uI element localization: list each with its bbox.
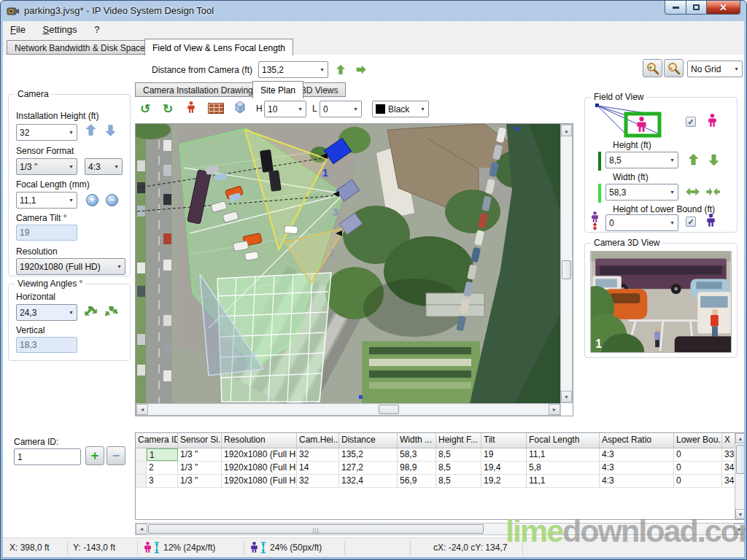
- cell-height-f[interactable]: 8,5: [436, 448, 481, 461]
- zoom-in-button[interactable]: +: [643, 59, 662, 77]
- cell-height-f[interactable]: 8,5: [436, 462, 481, 474]
- menu-settings[interactable]: Settings: [36, 21, 85, 38]
- cell-cam-height[interactable]: 32: [297, 448, 339, 461]
- chevron-down-icon[interactable]: ▾: [417, 101, 428, 117]
- chevron-down-icon[interactable]: ▾: [350, 101, 361, 117]
- distance-prev-arrow-button[interactable]: [336, 63, 346, 77]
- chevron-down-icon[interactable]: ▾: [111, 159, 122, 174]
- cell-resolution[interactable]: 1920x1080 (Full HD: [222, 462, 297, 474]
- col-camera-id[interactable]: Camera ID: [136, 433, 178, 448]
- map-horizontal-scrollbar[interactable]: ◄ ►: [136, 403, 561, 416]
- fov-height-combo[interactable]: 8,5 ▾: [605, 152, 678, 168]
- camera-3d-preview-image[interactable]: 1: [590, 251, 732, 353]
- distance-combo[interactable]: 135,2 ▾: [258, 61, 328, 78]
- scrollbar-thumb[interactable]: [736, 445, 744, 474]
- resolution-combo[interactable]: 1920x1080 (Full HD) ▾: [16, 258, 125, 275]
- chevron-down-icon[interactable]: ▾: [731, 61, 742, 77]
- color-combo[interactable]: Black ▾: [372, 101, 429, 117]
- rotate-cw-icon[interactable]: ↻: [163, 101, 173, 117]
- cell-tilt[interactable]: 19,4: [481, 462, 527, 474]
- site-plan-map[interactable]: 1 3 2 ▲ ▼ ◄ ►: [135, 123, 573, 416]
- lower-bound-checkbox[interactable]: ✓: [686, 217, 696, 227]
- cell-focal[interactable]: 11,1: [527, 448, 600, 461]
- tab-camera-installation-drawing[interactable]: Camera Installation Drawing: [135, 82, 261, 97]
- cell-distance[interactable]: 132,4: [339, 475, 398, 487]
- height-up-arrow-button[interactable]: [86, 124, 96, 136]
- cell-sensor[interactable]: 1/3 ": [178, 448, 222, 461]
- height-down-arrow-button[interactable]: [106, 124, 115, 136]
- h-combo[interactable]: 10 ▾: [264, 101, 306, 117]
- maximize-button[interactable]: [686, 1, 707, 15]
- camera-id-input[interactable]: 1: [14, 448, 81, 465]
- table-header-row[interactable]: Camera ID Sensor Si... Resolution Cam.He…: [136, 433, 744, 448]
- title-bar[interactable]: parking3.jvsg* - IP Video System Design …: [1, 1, 746, 21]
- minimize-button[interactable]: [665, 1, 686, 15]
- cell-x[interactable]: 33: [722, 448, 735, 461]
- show-person-checkbox[interactable]: ✓: [686, 117, 696, 127]
- remove-camera-button[interactable]: −: [107, 446, 125, 465]
- col-aspect-ratio[interactable]: Aspect Ratio: [600, 433, 674, 448]
- table-row[interactable]: 2 1/3 " 1920x1080 (Full HD 14 127,2 98,9…: [136, 462, 744, 475]
- cell-width[interactable]: 56,9: [398, 475, 436, 487]
- chevron-down-icon[interactable]: ▾: [66, 159, 77, 174]
- cell-lower[interactable]: 0: [674, 475, 722, 487]
- scroll-down-button[interactable]: ▼: [561, 391, 572, 402]
- chevron-down-icon[interactable]: ▾: [667, 215, 678, 230]
- table-vertical-scrollbar[interactable]: ▲ ▼: [735, 433, 744, 519]
- row-selector[interactable]: [136, 475, 147, 487]
- add-camera-button[interactable]: +: [85, 446, 104, 465]
- angle-expand-icon[interactable]: [85, 306, 99, 319]
- cell-resolution[interactable]: 1920x1080 (Full HD: [222, 448, 297, 461]
- chevron-down-icon[interactable]: ▾: [295, 101, 306, 117]
- chevron-down-icon[interactable]: ▾: [66, 125, 77, 140]
- cell-sensor[interactable]: 1/3 ": [178, 475, 222, 487]
- col-width[interactable]: Width ...: [398, 433, 436, 448]
- add-wall-icon[interactable]: [208, 103, 224, 114]
- col-tilt[interactable]: Tilt: [481, 433, 527, 448]
- cell-tilt[interactable]: 19: [481, 448, 527, 461]
- map-vertical-scrollbar[interactable]: ▲ ▼: [560, 124, 573, 403]
- col-distance[interactable]: Distance: [339, 433, 398, 448]
- scrollbar-thumb[interactable]: [562, 260, 571, 279]
- cell-x[interactable]: 34: [722, 462, 735, 474]
- col-resolution[interactable]: Resolution: [222, 433, 297, 448]
- row-selector[interactable]: [136, 448, 147, 461]
- scrollbar-thumb[interactable]: |||: [148, 524, 484, 534]
- cell-aspect[interactable]: 4:3: [600, 448, 674, 461]
- cell-resolution[interactable]: 1920x1080 (Full HD: [222, 475, 297, 487]
- cell-cam-height[interactable]: 14: [297, 462, 339, 474]
- chevron-down-icon[interactable]: ▾: [317, 62, 328, 77]
- cell-aspect[interactable]: 4:3: [600, 475, 674, 487]
- aerial-map-image[interactable]: 1 3 2: [136, 124, 560, 403]
- focal-length-combo[interactable]: 11,1 ▾: [16, 192, 77, 209]
- tab-field-of-view[interactable]: Field of View & Lens Focal Length: [144, 39, 293, 55]
- fov-width-expand-button[interactable]: [686, 188, 700, 196]
- lower-bound-combo[interactable]: 0 ▾: [605, 214, 678, 231]
- menu-help[interactable]: ?: [87, 21, 107, 38]
- chevron-down-icon[interactable]: ▾: [114, 259, 125, 274]
- scrollbar-thumb[interactable]: [379, 405, 399, 414]
- cell-distance[interactable]: 135,2: [339, 448, 398, 461]
- cell-x[interactable]: 34: [722, 475, 735, 487]
- cameras-table[interactable]: Camera ID Sensor Si... Resolution Cam.He…: [135, 432, 744, 520]
- angle-contract-icon[interactable]: [105, 306, 120, 319]
- person-purple-icon[interactable]: [706, 214, 716, 228]
- table-row[interactable]: 1 1/3 " 1920x1080 (Full HD 32 135,2 58,3…: [136, 448, 744, 462]
- table-row[interactable]: 3 1/3 " 1920x1080 (Full HD 32 132,4 56,9…: [136, 475, 744, 488]
- tab-site-plan[interactable]: Site Plan: [252, 81, 303, 98]
- chevron-down-icon[interactable]: ▾: [667, 152, 678, 168]
- cell-distance[interactable]: 127,2: [339, 462, 398, 474]
- distance-next-arrow-button[interactable]: [354, 65, 368, 74]
- col-focal-length[interactable]: Focal Length: [527, 433, 600, 448]
- l-combo[interactable]: 0 ▾: [320, 101, 362, 117]
- tab-network-bandwidth[interactable]: Network Bandwidth & Disk Space: [7, 40, 153, 55]
- col-cam-height[interactable]: Cam.Hei...: [297, 433, 339, 448]
- cell-cam-height[interactable]: 32: [297, 475, 339, 487]
- cell-aspect[interactable]: 4:3: [600, 462, 674, 474]
- grid-combo[interactable]: No Grid ▾: [687, 61, 743, 77]
- chevron-down-icon[interactable]: ▾: [66, 305, 77, 320]
- fov-height-up-button[interactable]: [689, 153, 698, 166]
- scroll-up-button[interactable]: ▲: [735, 433, 744, 443]
- horizontal-angle-combo[interactable]: 24,3 ▾: [16, 304, 77, 321]
- cell-camera-id[interactable]: 2: [147, 462, 178, 474]
